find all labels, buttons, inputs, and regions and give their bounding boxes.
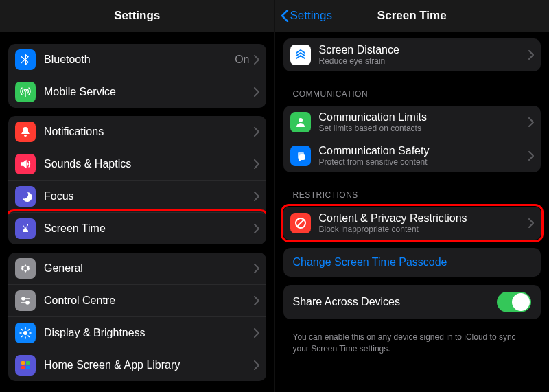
row-focus[interactable]: Focus	[8, 180, 266, 212]
row-home-screen[interactable]: Home Screen & App Library	[8, 349, 266, 381]
row-screen-time[interactable]: Screen Time	[8, 212, 266, 244]
row-label-wrap: Display & Brightness	[44, 327, 254, 339]
chevron-right-icon	[528, 50, 534, 60]
share-toggle[interactable]	[497, 292, 531, 312]
row-content-privacy[interactable]: Content & Privacy Restrictions Block ina…	[283, 207, 541, 240]
mobile-service-label: Mobile Service	[44, 86, 254, 98]
row-label-wrap: Control Centre	[44, 295, 254, 307]
bell-icon	[15, 122, 36, 142]
bluetooth-label: Bluetooth	[44, 54, 235, 66]
chat-bubbles-icon	[290, 146, 311, 166]
grid-icon	[15, 355, 36, 376]
row-sounds-haptics[interactable]: Sounds & Haptics	[8, 148, 266, 180]
chevron-right-icon	[254, 55, 259, 65]
svg-rect-13	[21, 361, 25, 365]
svg-point-17	[299, 118, 303, 122]
notifications-label: Notifications	[44, 126, 254, 138]
focus-label: Focus	[44, 190, 254, 203]
svg-point-3	[26, 301, 29, 304]
row-display-brightness[interactable]: Display & Brightness	[8, 316, 266, 349]
chevron-left-icon	[281, 10, 289, 22]
control-centre-label: Control Centre	[44, 295, 254, 307]
chevron-right-icon	[528, 218, 534, 228]
svg-line-11	[22, 336, 23, 337]
chevron-right-icon	[254, 87, 259, 97]
screen-time-title: Screen Time	[377, 9, 447, 23]
person-icon	[290, 112, 311, 132]
row-label-wrap: Communication Safety Protect from sensit…	[319, 145, 529, 167]
sounds-label: Sounds & Haptics	[44, 158, 254, 170]
chevron-right-icon	[254, 159, 259, 169]
bluetooth-icon	[15, 49, 36, 70]
settings-panel: Settings Bluetooth On Mobile Service	[0, 0, 275, 392]
comm-safety-label: Communication Safety	[319, 145, 529, 157]
screen-time-label: Screen Time	[44, 222, 254, 235]
screen-time-panel: Settings Screen Time Screen Distance Red…	[275, 0, 550, 392]
share-label: Share Across Devices	[293, 296, 498, 308]
antenna-icon	[15, 82, 36, 102]
svg-point-1	[22, 297, 25, 300]
row-notifications[interactable]: Notifications	[8, 116, 266, 148]
row-label-wrap: Screen Time	[44, 222, 254, 235]
svg-line-19	[297, 220, 304, 227]
svg-rect-16	[26, 366, 30, 369]
row-label-wrap: Mobile Service	[44, 86, 254, 98]
screen-time-scroll[interactable]: Screen Distance Reduce eye strain COMMUN…	[275, 32, 550, 392]
row-bluetooth[interactable]: Bluetooth On	[8, 44, 266, 76]
screen-distance-label: Screen Distance	[319, 44, 529, 56]
row-communication-safety[interactable]: Communication Safety Protect from sensit…	[283, 139, 541, 172]
row-communication-limits[interactable]: Communication Limits Set limits based on…	[283, 106, 541, 139]
change-passcode-button[interactable]: Change Screen Time Passcode	[283, 248, 541, 277]
row-screen-distance[interactable]: Screen Distance Reduce eye strain	[283, 38, 541, 71]
screen-time-header: Settings Screen Time	[275, 0, 550, 32]
row-label-wrap: Content & Privacy Restrictions Block ina…	[319, 212, 529, 234]
hourglass-icon	[15, 218, 36, 239]
section-communication: COMMUNICATION	[283, 80, 541, 103]
comm-safety-sub: Protect from sensitive content	[319, 157, 529, 167]
group-distance: Screen Distance Reduce eye strain	[283, 38, 541, 71]
group-communication: Communication Limits Set limits based on…	[283, 106, 541, 172]
row-label-wrap: Bluetooth	[44, 54, 235, 66]
group-share: Share Across Devices	[283, 285, 541, 319]
content-privacy-label: Content & Privacy Restrictions	[319, 212, 529, 224]
gear-icon	[15, 258, 36, 279]
chevron-right-icon	[528, 151, 534, 161]
svg-rect-15	[21, 366, 25, 369]
row-general[interactable]: General	[8, 253, 266, 284]
bluetooth-value: On	[235, 54, 249, 66]
svg-line-10	[28, 336, 30, 337]
chevron-right-icon	[254, 264, 259, 273]
svg-rect-14	[26, 361, 30, 365]
sliders-icon	[15, 290, 36, 311]
chevron-right-icon	[254, 296, 259, 305]
row-label-wrap: Focus	[44, 190, 254, 203]
chevron-right-icon	[254, 224, 259, 233]
back-label: Settings	[290, 9, 332, 23]
chevron-right-icon	[254, 127, 259, 137]
row-label-wrap: General	[44, 262, 254, 275]
svg-line-9	[22, 330, 23, 331]
settings-group-connectivity: Bluetooth On Mobile Service	[8, 44, 266, 108]
settings-scroll[interactable]: Bluetooth On Mobile Service	[0, 32, 274, 392]
sun-icon	[15, 323, 36, 343]
display-label: Display & Brightness	[44, 327, 254, 339]
row-label-wrap: Sounds & Haptics	[44, 158, 254, 170]
comm-limits-sub: Set limits based on contacts	[319, 124, 529, 133]
row-control-centre[interactable]: Control Centre	[8, 284, 266, 316]
content-privacy-sub: Block inappropriate content	[319, 224, 529, 234]
row-label-wrap: Home Screen & App Library	[44, 359, 254, 371]
section-restrictions: RESTRICTIONS	[283, 181, 541, 204]
screen-distance-sub: Reduce eye strain	[319, 56, 529, 66]
home-screen-label: Home Screen & App Library	[44, 359, 254, 371]
row-mobile-service[interactable]: Mobile Service	[8, 76, 266, 108]
row-label-wrap: Notifications	[44, 126, 254, 138]
svg-point-4	[23, 331, 27, 335]
general-label: General	[44, 262, 254, 275]
no-entry-icon	[290, 213, 311, 233]
comm-limits-label: Communication Limits	[319, 111, 529, 124]
moon-icon	[15, 186, 36, 207]
back-button[interactable]: Settings	[281, 9, 332, 23]
distance-icon	[290, 45, 311, 65]
svg-line-12	[28, 330, 30, 331]
chevron-right-icon	[254, 192, 259, 201]
